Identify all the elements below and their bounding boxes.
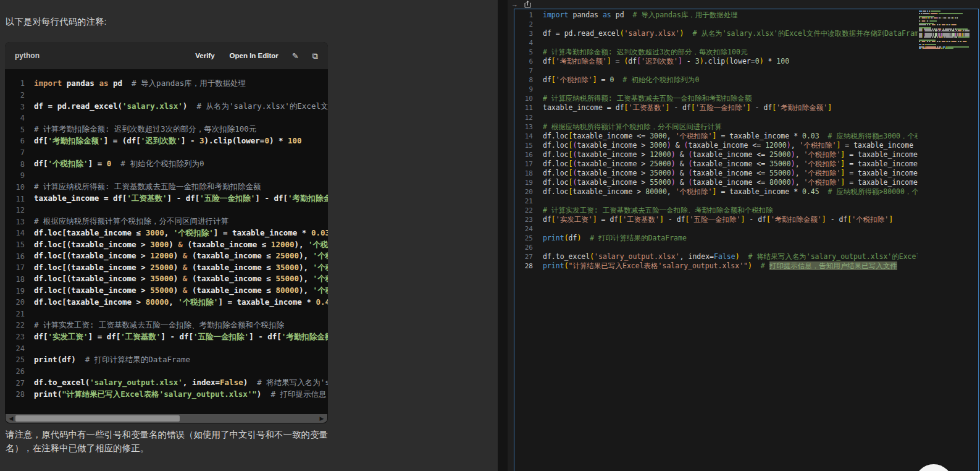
code-text: df.loc[(taxable_income > 3000) & (taxabl… [34,240,328,250]
line-number: 4 [5,114,25,122]
code-line: 3df = pd.read_excel('salary.xlsx') # 从名为… [5,101,328,112]
code-line: 5# 计算考勤扣除金额: 迟到次数超过3次的部分，每次扣除100元 [5,124,328,136]
line-number: 20 [514,188,533,196]
code-line: 22# 计算实发工资: 工资基数减去五险一金扣除、考勤扣除金额和个税扣除 [514,206,918,215]
code-line: 13# 根据应纳税所得额计算个税扣除，分不同区间进行计算 [5,216,328,228]
arrow-right-icon[interactable]: → [511,0,518,9]
chat-panel: 以下是对每行代码的注释: python Verify Open In Edito… [0,0,498,471]
line-number: 17 [5,263,25,272]
line-number: 11 [514,104,533,112]
code-line: 18df.loc[(taxable_income > 35000) & (tax… [5,274,328,286]
code-text: # 计算考勤扣除金额: 迟到次数超过3次的部分，每次扣除100元 [34,124,328,135]
code-line: 1import pandas as pd # 导入pandas库，用于数据处理 [514,11,918,20]
line-number: 27 [5,379,25,388]
open-in-editor-button[interactable]: Open In Editor [230,52,279,59]
pencil-icon[interactable]: ✎ [292,52,299,60]
minimap-line [919,36,970,38]
verify-button[interactable]: Verify [195,52,214,59]
minimap-line [919,41,970,42]
line-number: 5 [514,48,533,56]
code-line: 14df.loc[taxable_income <= 3000, '个税扣除']… [514,132,918,141]
code-line: 26 [5,366,328,378]
code-line: 8df['个税扣除'] = 0 # 初始化个税扣除列为0 [514,75,918,85]
editor-toolbar: → [511,0,531,9]
code-line: 28print("计算结果已写入Excel表格'salary_output.xl… [514,261,918,271]
code-text: df['个税扣除'] = 0 # 初始化个税扣除列为0 [34,159,328,169]
code-line: 20df.loc[taxable_income > 80000, '个税扣除']… [514,187,918,197]
line-number: 14 [5,229,25,237]
line-number: 7 [5,148,25,157]
code-line: 24 [5,342,328,354]
scroll-right-arrow-icon[interactable]: ▶ [318,415,325,422]
code-text: df.loc[(taxable_income > 12000) & (taxab… [34,251,328,261]
scrollbar-thumb[interactable] [15,415,180,422]
code-text: # 计算实发工资: 工资基数减去五险一金扣除、考勤扣除金额和个税扣除 [34,320,328,331]
code-line: 28print("计算结果已写入Excel表格'salary_output.xl… [5,389,328,401]
code-editor[interactable]: 1import pandas as pd # 导入pandas库，用于数据处理2… [514,9,979,471]
line-number: 6 [5,137,25,145]
code-line: 10# 计算应纳税所得额: 工资基数减去五险一金扣除和考勤扣除金额 [5,182,328,193]
code-line: 17df.loc[(taxable_income > 25000) & (tax… [514,159,918,169]
code-text: df.loc[(taxable_income > 55000) & (taxab… [543,178,918,187]
code-line: 7 [5,147,328,159]
code-text: df['实发工资'] = df['工资基数'] - df['五险一金扣除'] -… [34,332,328,342]
line-number: 18 [514,169,533,177]
line-number: 12 [5,206,25,214]
line-number: 7 [514,67,533,75]
line-number: 14 [514,132,533,140]
code-line: 11taxable_income = df['工资基数'] - df['五险一金… [514,103,918,112]
code-line: 23df['实发工资'] = df['工资基数'] - df['五险一金扣除']… [5,331,328,343]
line-number: 18 [5,275,25,284]
code-line: 6df['考勤扣除金额'] = (df['迟到次数'] - 3).clip(lo… [5,135,328,147]
code-text: df.loc[taxable_income ≤ 3000, '个税扣除'] = … [34,228,328,239]
line-number: 19 [514,179,533,187]
line-number: 2 [5,91,25,100]
line-number: 19 [5,287,25,295]
line-number: 8 [514,76,533,84]
code-text: print(df) # 打印计算结果的DataFrame [543,234,918,243]
copy-icon[interactable]: ⧉ [312,52,318,60]
code-text: df.loc[taxable_income <= 3000, '个税扣除'] =… [543,132,918,141]
code-text: taxable_income = df['工资基数'] - df['五险一金扣除… [34,193,328,204]
minimap[interactable] [919,11,970,49]
chat-code-body: 1import pandas as pd # 导入pandas库，用于数据处理2… [5,69,328,414]
code-text: df.to_excel('salary_output.xlsx', index=… [34,378,328,388]
horizontal-scrollbar[interactable]: ◀ ▶ [6,414,327,423]
code-text: df['考勤扣除金额'] = (df['迟到次数'] - 3).clip(low… [543,57,918,66]
line-number: 25 [5,355,25,364]
line-number: 23 [514,216,533,224]
code-line: 12 [5,205,328,216]
line-number: 10 [5,183,25,192]
code-text: df['考勤扣除金额'] = (df['迟到次数'] - 3).clip(low… [34,136,328,146]
line-number: 28 [5,390,25,399]
code-text: df.loc[(taxable_income > 35000) & (taxab… [543,169,918,178]
line-number: 16 [514,151,533,159]
code-line: 19df.loc[(taxable_income > 55000) & (tax… [514,178,918,187]
code-line: 23df['实发工资'] = df['工资基数'] - df['五险一金扣除']… [514,215,918,224]
code-text: df['实发工资'] = df['工资基数'] - df['五险一金扣除'] -… [543,215,918,224]
code-line: 15df.loc[(taxable_income > 3000) & (taxa… [5,239,328,251]
chat-intro-text: 以下是对每行代码的注释: [6,16,107,28]
line-number: 22 [514,206,533,214]
line-number: 24 [5,344,25,353]
line-number: 4 [514,39,533,47]
code-line: 9 [514,85,918,94]
share-export-icon[interactable] [524,1,531,8]
code-text: df.loc[taxable_income > 80000, '个税扣除'] =… [543,187,918,197]
line-number: 3 [5,103,25,111]
code-text: # 根据应纳税所得额计算个税扣除，分不同区间进行计算 [543,122,918,132]
code-line: 16df.loc[(taxable_income > 12000) & (tax… [5,250,328,262]
code-text: print("计算结果已写入Excel表格'salary_output.xlsx… [34,389,328,400]
line-number: 24 [514,225,533,233]
code-line: 1import pandas as pd # 导入pandas库，用于数据处理 [5,78,328,90]
line-number: 28 [514,262,533,270]
code-text: df.loc[(taxable_income > 35000) & (taxab… [34,274,328,284]
line-number: 26 [5,367,25,376]
scroll-left-arrow-icon[interactable]: ◀ [7,415,15,422]
minimap-line [919,13,970,14]
code-line: 20df.loc[taxable_income > 80000, '个税扣除']… [5,297,328,308]
code-text: df.loc[(taxable_income > 12000) & (taxab… [543,150,918,159]
code-line: 21 [5,308,328,320]
editor-panel: → 1import pandas as pd # 导入pandas库，用于数据处… [508,0,980,471]
line-number: 23 [5,333,25,341]
